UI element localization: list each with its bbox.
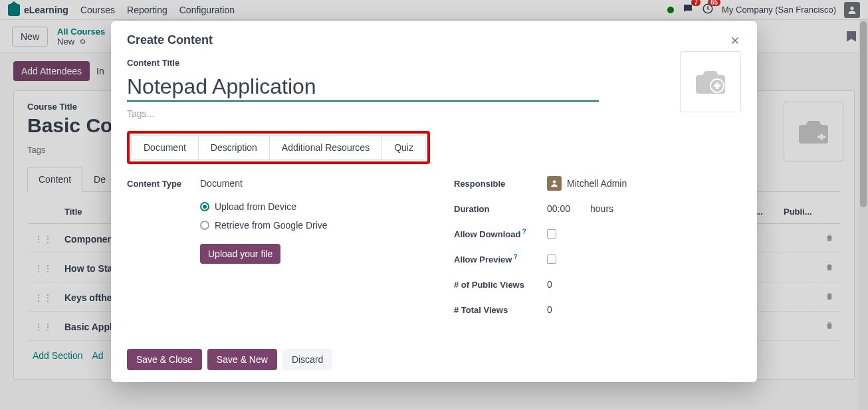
content-title-input[interactable] bbox=[127, 72, 599, 102]
total-views-label: # Total Views bbox=[454, 305, 547, 315]
allow-preview-label: Allow Preview? bbox=[454, 253, 547, 264]
tabs-highlight: Document Description Additional Resource… bbox=[127, 131, 430, 164]
allow-download-label: Allow Download? bbox=[454, 228, 547, 239]
radio-icon bbox=[200, 221, 209, 230]
duration-unit: hours bbox=[590, 203, 613, 214]
content-type-label: Content Type bbox=[127, 179, 200, 189]
duration-label: Duration bbox=[454, 204, 547, 214]
radio-label: Retrieve from Google Drive bbox=[215, 220, 328, 231]
tags-input[interactable]: Tags... bbox=[127, 108, 741, 119]
form-right-column: Responsible Mitchell Admin Duration 00:0… bbox=[454, 176, 741, 328]
modal-footer: Save & Close Save & New Discard bbox=[111, 340, 757, 382]
responsible-label: Responsible bbox=[454, 179, 547, 189]
responsible-avatar bbox=[547, 176, 562, 191]
allow-download-checkbox[interactable] bbox=[547, 229, 556, 239]
save-close-button[interactable]: Save & Close bbox=[127, 349, 202, 370]
total-views-value: 0 bbox=[547, 304, 552, 315]
content-title-label: Content Title bbox=[127, 58, 741, 68]
close-icon[interactable] bbox=[729, 35, 741, 47]
responsible-value[interactable]: Mitchell Admin bbox=[567, 178, 627, 189]
content-type-value: Document bbox=[200, 178, 243, 189]
tab-document[interactable]: Document bbox=[132, 136, 199, 159]
tab-description[interactable]: Description bbox=[199, 136, 270, 159]
upload-file-button[interactable]: Upload your file bbox=[200, 244, 280, 264]
radio-upload-device[interactable]: Upload from Device bbox=[200, 201, 414, 212]
allow-preview-checkbox[interactable] bbox=[547, 255, 556, 264]
tab-quiz[interactable]: Quiz bbox=[382, 136, 425, 159]
duration-value[interactable]: 00:00 bbox=[547, 203, 570, 214]
svg-point-4 bbox=[553, 180, 556, 183]
radio-icon bbox=[200, 202, 209, 211]
discard-button[interactable]: Discard bbox=[282, 349, 332, 370]
camera-plus-icon bbox=[694, 68, 727, 95]
help-icon[interactable]: ? bbox=[513, 253, 517, 260]
form-left-column: Content Type Document Upload from Device… bbox=[127, 176, 414, 328]
public-views-value: 0 bbox=[547, 279, 552, 290]
modal-tabs: Document Description Additional Resource… bbox=[131, 135, 426, 160]
modal-title: Create Content bbox=[127, 33, 213, 47]
public-views-label: # of Public Views bbox=[454, 280, 547, 290]
content-image-placeholder[interactable] bbox=[680, 51, 741, 112]
radio-google-drive[interactable]: Retrieve from Google Drive bbox=[200, 220, 414, 231]
create-content-modal: Create Content Content Title Tags... Doc… bbox=[111, 21, 757, 382]
help-icon[interactable]: ? bbox=[522, 228, 526, 235]
save-new-button[interactable]: Save & New bbox=[207, 349, 277, 370]
radio-label: Upload from Device bbox=[215, 201, 296, 212]
tab-additional-resources[interactable]: Additional Resources bbox=[270, 136, 382, 159]
